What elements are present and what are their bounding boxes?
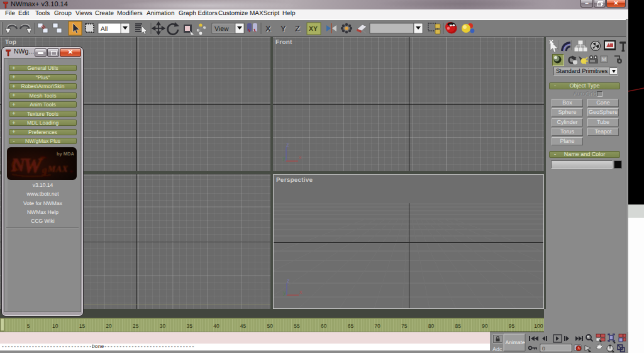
svg-text:60: 60	[321, 323, 327, 329]
svg-text:M: M	[602, 57, 606, 62]
svg-text:20: 20	[106, 323, 112, 329]
svg-text:10: 10	[52, 323, 58, 329]
svg-text:95: 95	[509, 323, 515, 329]
svg-text:g: g	[42, 165, 47, 176]
svg-text:y: y	[282, 155, 286, 161]
svg-text:55: 55	[294, 323, 300, 329]
svg-text:MAX: MAX	[47, 165, 69, 174]
svg-text:by MDA: by MDA	[57, 151, 75, 157]
svg-text:100: 100	[534, 323, 543, 329]
svg-text:90: 90	[482, 323, 488, 329]
svg-text:All: All	[101, 26, 108, 33]
svg-text:W: W	[23, 155, 43, 177]
svg-text:15: 15	[79, 323, 86, 329]
svg-text:75: 75	[401, 323, 408, 329]
svg-text:Animate: Animate	[506, 339, 525, 345]
svg-text:x: x	[299, 289, 303, 295]
svg-text:70: 70	[374, 323, 380, 329]
svg-text:x: x	[299, 154, 302, 160]
svg-text:25: 25	[133, 323, 139, 329]
svg-text:0: 0	[542, 345, 545, 352]
svg-text:5: 5	[27, 323, 30, 329]
svg-text:y: y	[283, 289, 286, 296]
svg-text:z: z	[287, 277, 290, 284]
svg-text:45: 45	[240, 323, 247, 329]
svg-text:50: 50	[267, 323, 274, 329]
svg-text:Adc: Adc	[492, 346, 502, 352]
svg-text:40: 40	[213, 323, 219, 329]
svg-text:+: +	[69, 168, 74, 176]
svg-text:View: View	[214, 25, 229, 33]
svg-text:X: X	[265, 24, 271, 33]
svg-text:65: 65	[348, 323, 354, 329]
svg-text:Z: Z	[295, 24, 300, 33]
svg-text:Y: Y	[280, 24, 286, 33]
svg-text:35: 35	[186, 323, 192, 329]
svg-text:85: 85	[455, 323, 461, 329]
svg-text:z: z	[286, 142, 289, 148]
svg-text:80: 80	[428, 323, 435, 329]
svg-text:XY: XY	[309, 25, 318, 33]
svg-text:30: 30	[160, 323, 166, 329]
